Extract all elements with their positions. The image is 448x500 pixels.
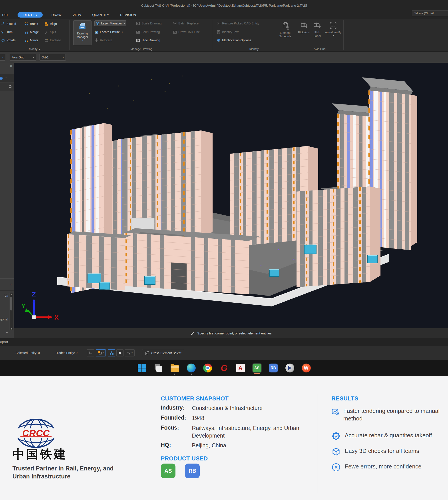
tab-identify[interactable]: IDENTIFY [17, 12, 42, 17]
model-3d[interactable]: Z Y X [14, 63, 448, 328]
scale-drawing-label: Scale Drawing [142, 22, 161, 25]
start-button[interactable] [137, 363, 147, 373]
chrome-button[interactable] [203, 363, 213, 373]
tellme-box[interactable]: Tell me (Ctrl+Alt [412, 10, 448, 16]
case-study-section: CRCC 中国铁建 Trusted Partner in Rail, Energ… [0, 376, 448, 500]
trim-button[interactable]: Trim [1, 29, 13, 35]
drawing-manager-button[interactable]: Drawing Manager▾ [73, 20, 92, 45]
panel-close-icon[interactable]: × [10, 283, 12, 286]
align-label: Align [50, 22, 57, 26]
scale-drawing-button[interactable]: Scale Drawing [136, 20, 161, 26]
snapshot-row: Founded: 1948 [161, 415, 303, 422]
tab-quantity[interactable]: QUANTITY [90, 12, 111, 17]
scroll-up-icon[interactable]: ▲ [10, 293, 13, 296]
snapshot-value: Beijing, China [192, 442, 303, 449]
linked-select-button[interactable] [108, 349, 115, 356]
batch-replace-button[interactable]: Batch Replace [173, 20, 199, 26]
mirror-button[interactable]: Mirror [24, 37, 38, 43]
modify-group-label[interactable]: Modify ▾ [0, 47, 69, 51]
panel-scrollbar[interactable]: ▲ ▼ [10, 293, 13, 330]
tab-model-partial[interactable]: DEL [0, 12, 11, 17]
chevron-down-icon: ▾ [333, 34, 334, 37]
cubicost-trb-button[interactable]: RB [269, 363, 278, 373]
panel-icon-row[interactable]: ▾ [0, 74, 14, 82]
identify-text-button[interactable]: Identify Text [217, 29, 239, 35]
split-button[interactable]: Split [44, 29, 56, 35]
extend-button[interactable]: Extend [1, 21, 16, 27]
pick-label-button[interactable]: Pick Label [311, 20, 323, 46]
add-selection-button[interactable]: ▾ [125, 349, 135, 356]
drawing-manager-icon [78, 22, 87, 31]
enclose-button[interactable]: Enclose [44, 37, 61, 43]
layer-manager-button[interactable]: Layer Manager▾ [94, 20, 126, 26]
identification-options-button[interactable]: Identification Options [217, 37, 251, 43]
crcc-chinese-name: 中国铁建 [13, 446, 67, 463]
floor-dropdown-partial[interactable]: ▾ [0, 54, 5, 61]
break-label: Break [30, 22, 38, 26]
customer-snapshot-heading: CUSTOMER SNAPSHOT [161, 395, 228, 402]
axis-z-label: Z [32, 290, 36, 298]
building-tower [297, 186, 381, 287]
result-text: Accurate rebar & quantites takeoff [345, 432, 432, 439]
relocate-button[interactable]: Relocate [94, 37, 112, 43]
align-button[interactable]: Align [44, 21, 57, 27]
chevron-down-icon: ▾ [39, 48, 40, 50]
restore-picked-cad-icon [217, 21, 221, 26]
panel-close-icon[interactable]: × [10, 64, 12, 67]
break-button[interactable]: Break [24, 21, 38, 27]
tab-revision[interactable]: REVISION [118, 12, 138, 17]
tas-product-icon: AS [161, 464, 176, 478]
window-title: Cubicost TAS C-VI (Professional) - [C:\U… [141, 3, 307, 7]
split-drawing-button[interactable]: Split Drawing [136, 29, 160, 35]
rotate-label: Rotate [6, 38, 16, 42]
honeyview-icon [285, 364, 294, 372]
element-schedule-button[interactable]: Element Schedule [276, 20, 294, 46]
honeyview-button[interactable] [285, 363, 295, 373]
viewport-3d[interactable]: Z Y X [14, 63, 448, 328]
trb-product-icon: RB [185, 464, 200, 478]
plus-box-icon [127, 351, 131, 355]
merge-icon [24, 30, 29, 34]
cross-element-select-button[interactable]: Cross-Element Select [142, 349, 184, 357]
draw-cad-line-button[interactable]: Draw CAD Line [173, 29, 200, 35]
tab-draw[interactable]: DRAW [49, 12, 64, 17]
wps-button[interactable]: W [301, 363, 311, 373]
auto-identify-label: Auto-Identify [325, 31, 341, 34]
hide-drawing-button[interactable]: Hide Drawing [136, 37, 160, 43]
report-tab-partial[interactable]: eport [0, 338, 448, 346]
scrollbar-thumb[interactable] [10, 297, 12, 310]
value-column-header: Va [4, 294, 8, 298]
merge-button[interactable]: Merge [24, 29, 39, 35]
selection-box-button[interactable]: ▾ [96, 349, 106, 356]
cubicost-tas-button[interactable]: AS [252, 363, 262, 373]
windows-logo-icon [138, 364, 146, 372]
autocad-button[interactable]: A [236, 363, 245, 373]
panel-search-row[interactable] [0, 82, 14, 91]
tab-view[interactable]: VIEW [70, 12, 83, 17]
scroll-down-icon[interactable]: ▼ [10, 327, 13, 330]
chevron-down-icon: ▾ [122, 31, 123, 33]
result-item: Fewe errors, more confidence [331, 463, 442, 472]
ort-dropdown[interactable]: Ort-1▾ [40, 54, 66, 61]
edge-button[interactable] [186, 363, 196, 373]
task-view-button[interactable] [154, 363, 163, 373]
pick-axis-button[interactable]: Pick Axis [298, 20, 310, 46]
property-row-partial: gonal [0, 317, 8, 321]
auto-identify-button[interactable]: Auto-Identify▾ [324, 20, 342, 46]
expand-right-icon[interactable]: ▶ [6, 331, 8, 334]
align-icon [44, 22, 49, 26]
element-type-dropdown[interactable]: Axis Grid▾ [10, 54, 36, 61]
enclose-label: Enclose [50, 38, 61, 42]
rotate-button[interactable]: Rotate [1, 37, 16, 43]
folder-icon [171, 365, 179, 372]
file-explorer-button[interactable] [170, 363, 180, 373]
deselect-button[interactable] [116, 349, 124, 356]
glodon-button[interactable]: G [219, 363, 229, 373]
locate-picture-button[interactable]: Locate Picture▾ [94, 29, 123, 35]
trim-icon [1, 30, 5, 34]
result-text: Faster tendering compared to manual meth… [343, 407, 442, 422]
results-heading: RESULTS [331, 395, 358, 402]
ortho-mode-button[interactable] [87, 349, 94, 356]
snapshot-value: Construction & Infrastructure [192, 404, 303, 412]
restore-picked-cad-button[interactable]: Restore Picked CAD Entity [217, 20, 259, 26]
